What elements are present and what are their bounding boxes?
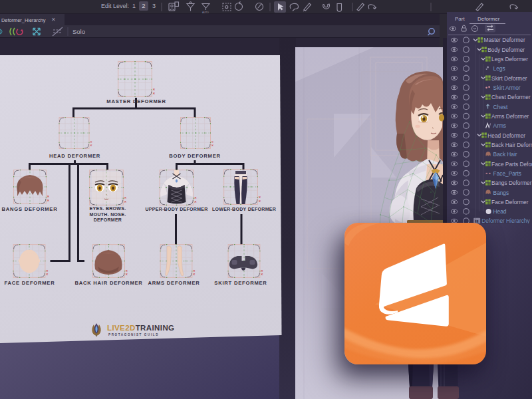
svg-text:Head: Head [493,208,507,215]
svg-text:BODY DEFORMER: BODY DEFORMER [169,153,221,159]
svg-text:Chest: Chest [493,104,508,110]
svg-text:AUTO: AUTO [202,11,209,14]
svg-text:Chest Deformer: Chest Deformer [491,94,531,100]
svg-text:Deformer Hierarchy: Deformer Hierarchy [481,217,530,223]
svg-text:Face Parts Deformer: Face Parts Deformer [491,161,532,168]
svg-text:LIVE2DTRAINING: LIVE2DTRAINING [107,324,174,332]
svg-text:DEFORMER: DEFORMER [94,217,122,222]
svg-text:Legs Deformer: Legs Deformer [491,56,528,63]
svg-text:Body Deformer: Body Deformer [487,47,525,53]
svg-text:FACE DEFORMER: FACE DEFORMER [5,280,55,286]
svg-text:HEAD DEFORMER: HEAD DEFORMER [49,153,100,159]
svg-text:MOUTH. NOSE.: MOUTH. NOSE. [90,212,126,217]
svg-text:Arms Deformer: Arms Deformer [491,113,529,120]
svg-text:BACK HAIR DEFORMER: BACK HAIR DEFORMER [74,280,142,286]
svg-text:PROTAGONIST GUILD: PROTAGONIST GUILD [108,333,159,336]
svg-text:BANGS DEFORMER: BANGS DEFORMER [2,206,58,212]
svg-text:SKIRT DEFORMER: SKIRT DEFORMER [214,280,267,286]
svg-text:UPPER-BODY DEFORMER: UPPER-BODY DEFORMER [145,207,207,211]
svg-text:Bangs: Bangs [493,190,509,196]
svg-text:ARMS DEFORMER: ARMS DEFORMER [148,280,200,286]
svg-text:Skirt Deformer: Skirt Deformer [491,75,527,82]
svg-text:Face Deformer: Face Deformer [491,199,529,205]
svg-text:MASTER DEFORMER: MASTER DEFORMER [106,98,166,104]
svg-text:Head Deformer: Head Deformer [487,132,525,139]
svg-text:Back Hair Deformer: Back Hair Deformer [491,142,532,148]
svg-text:Face_Parts: Face_Parts [493,170,521,177]
svg-text:Legs: Legs [493,65,505,72]
svg-text:Skirt Armor: Skirt Armor [493,84,521,91]
svg-text:Bangs Deformer: Bangs Deformer [491,180,532,186]
svg-text:EYES. BROWS.: EYES. BROWS. [90,206,126,211]
svg-text:Arms: Arms [493,122,506,129]
svg-text:LOWER-BODY DEFORMER: LOWER-BODY DEFORMER [212,207,276,211]
svg-text:Back Hair: Back Hair [493,151,517,158]
svg-text:Master Deformer: Master Deformer [484,37,525,43]
